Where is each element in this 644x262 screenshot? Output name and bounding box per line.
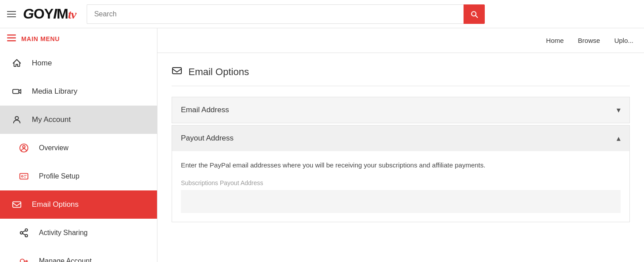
search-input[interactable] bbox=[87, 4, 464, 24]
logo: GOYIMtv bbox=[23, 6, 76, 22]
email-address-label: Email Address bbox=[181, 106, 229, 114]
main-content: Home Browse Uplo... Email Options Email … bbox=[157, 28, 644, 262]
page-title-icon bbox=[172, 65, 182, 79]
svg-rect-1 bbox=[7, 38, 16, 39]
sidebar-item-manage-account-label: Manage Account bbox=[39, 257, 92, 262]
svg-rect-7 bbox=[20, 174, 28, 179]
sidebar-item-activity-sharing[interactable]: Activity Sharing bbox=[0, 219, 157, 247]
share-icon bbox=[16, 225, 32, 241]
sidebar-main-menu-header: MAIN MENU bbox=[0, 28, 157, 49]
search-icon bbox=[470, 10, 479, 19]
sidebar-item-home[interactable]: Home bbox=[0, 49, 157, 77]
user-icon bbox=[9, 112, 25, 128]
sidebar-item-media-library[interactable]: Media Library bbox=[0, 77, 157, 106]
sidebar-item-overview[interactable]: Overview bbox=[0, 134, 157, 162]
svg-rect-3 bbox=[13, 89, 19, 93]
payout-address-label: Payout Address bbox=[181, 134, 234, 143]
email-address-toggle: ▾ bbox=[617, 105, 621, 115]
svg-point-8 bbox=[22, 175, 23, 177]
search-button[interactable] bbox=[464, 4, 485, 24]
nav-bar: Home Browse Uplo... bbox=[157, 28, 644, 53]
nav-upload-link[interactable]: Uplo... bbox=[614, 37, 633, 44]
sidebar-item-profile-setup-label: Profile Setup bbox=[39, 172, 80, 180]
svg-rect-9 bbox=[13, 202, 21, 208]
svg-rect-2 bbox=[7, 40, 16, 42]
sidebar-item-profile-setup[interactable]: Profile Setup bbox=[0, 162, 157, 190]
svg-rect-14 bbox=[172, 68, 181, 74]
video-icon bbox=[9, 84, 25, 99]
sidebar-item-my-account-label: My Account bbox=[32, 115, 71, 124]
search-bar bbox=[87, 4, 485, 24]
payout-address-header[interactable]: Payout Address ▴ bbox=[172, 125, 629, 151]
payout-address-accordion: Payout Address ▴ Enter the PayPal email … bbox=[172, 125, 630, 222]
content-area: Email Options Email Address ▾ Payout Add… bbox=[157, 53, 644, 262]
svg-point-13 bbox=[20, 259, 24, 262]
sidebar-item-manage-account[interactable]: Manage Account bbox=[0, 247, 157, 262]
svg-point-6 bbox=[23, 146, 25, 148]
user-circle-icon bbox=[16, 140, 32, 156]
envelope-icon bbox=[9, 197, 25, 213]
main-menu-label: MAIN MENU bbox=[21, 35, 60, 42]
id-card-icon bbox=[16, 168, 32, 184]
page-title: Email Options bbox=[188, 66, 249, 78]
payout-address-body: Enter the PayPal email addresses where y… bbox=[172, 151, 629, 222]
email-address-accordion: Email Address ▾ bbox=[172, 97, 630, 123]
menu-lines-icon bbox=[7, 34, 16, 44]
list-icon bbox=[7, 34, 16, 42]
key-icon bbox=[16, 253, 32, 262]
sidebar-item-my-account[interactable]: My Account bbox=[0, 106, 157, 134]
sidebar-item-email-options[interactable]: Email Options bbox=[0, 190, 157, 219]
sidebar-item-overview-label: Overview bbox=[39, 144, 69, 152]
menu-toggle-button[interactable] bbox=[7, 11, 16, 17]
subscriptions-payout-label: Subscriptions Payout Address bbox=[181, 179, 621, 186]
page-title-row: Email Options bbox=[172, 65, 630, 86]
svg-point-4 bbox=[15, 117, 18, 120]
sidebar: MAIN MENU Home Media Library My Account bbox=[0, 28, 157, 262]
payout-address-toggle: ▴ bbox=[617, 133, 621, 143]
payout-address-description: Enter the PayPal email addresses where y… bbox=[181, 160, 621, 171]
email-address-header[interactable]: Email Address ▾ bbox=[172, 97, 629, 123]
sidebar-item-home-label: Home bbox=[32, 59, 52, 68]
subscriptions-payout-input[interactable] bbox=[181, 190, 621, 213]
nav-browse-link[interactable]: Browse bbox=[578, 37, 600, 44]
nav-home-link[interactable]: Home bbox=[546, 37, 564, 44]
sidebar-item-activity-sharing-label: Activity Sharing bbox=[39, 229, 88, 237]
sidebar-item-media-library-label: Media Library bbox=[32, 87, 77, 96]
svg-rect-0 bbox=[7, 34, 16, 36]
sidebar-item-email-options-label: Email Options bbox=[32, 200, 79, 209]
home-icon bbox=[9, 55, 25, 71]
